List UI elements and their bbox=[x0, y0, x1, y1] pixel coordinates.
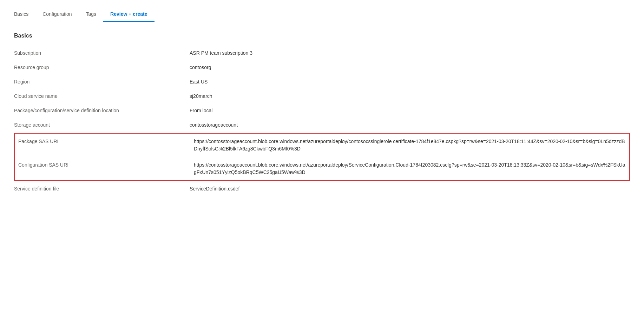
row-region: Region East US bbox=[14, 75, 630, 89]
label-configuration-sas-uri: Configuration SAS URI bbox=[18, 161, 194, 169]
value-package-sas-uri: https://contosstorageaccount.blob.core.w… bbox=[194, 138, 626, 153]
tabs-nav: Basics Configuration Tags Review + creat… bbox=[14, 0, 630, 22]
label-storage-account: Storage account bbox=[14, 121, 190, 129]
row-configuration-sas-uri: Configuration SAS URI https://contosstor… bbox=[15, 157, 629, 180]
label-subscription: Subscription bbox=[14, 49, 190, 57]
label-package-sas-uri: Package SAS URI bbox=[18, 138, 194, 145]
tab-tags[interactable]: Tags bbox=[79, 7, 104, 22]
value-cloud-service-name: sj20march bbox=[190, 93, 630, 100]
section-basics-title: Basics bbox=[14, 33, 630, 39]
value-subscription: ASR PM team subscription 3 bbox=[190, 49, 630, 57]
value-configuration-sas-uri: https://contosstorageaccount.blob.core.w… bbox=[194, 161, 626, 176]
main-content: Basics Subscription ASR PM team subscrip… bbox=[14, 22, 630, 207]
value-resource-group: contosorg bbox=[190, 64, 630, 71]
highlighted-uri-block: Package SAS URI https://contosstorageacc… bbox=[14, 133, 630, 181]
label-region: Region bbox=[14, 78, 190, 86]
tab-basics[interactable]: Basics bbox=[14, 7, 35, 22]
value-service-definition-file: ServiceDefinition.csdef bbox=[190, 185, 630, 193]
value-package-location: From local bbox=[190, 107, 630, 114]
row-subscription: Subscription ASR PM team subscription 3 bbox=[14, 46, 630, 60]
value-storage-account: contosstorageaccount bbox=[190, 121, 630, 129]
row-resource-group: Resource group contosorg bbox=[14, 60, 630, 75]
tab-review-create[interactable]: Review + create bbox=[103, 7, 154, 22]
row-package-sas-uri: Package SAS URI https://contosstorageacc… bbox=[15, 134, 629, 157]
row-service-definition-file: Service definition file ServiceDefinitio… bbox=[14, 182, 630, 196]
row-cloud-service-name: Cloud service name sj20march bbox=[14, 89, 630, 103]
label-resource-group: Resource group bbox=[14, 64, 190, 71]
row-storage-account: Storage account contosstorageaccount bbox=[14, 118, 630, 132]
value-region: East US bbox=[190, 78, 630, 86]
page-container: Basics Configuration Tags Review + creat… bbox=[0, 0, 644, 207]
label-package-location: Package/configuration/service definition… bbox=[14, 107, 190, 114]
label-cloud-service-name: Cloud service name bbox=[14, 93, 190, 100]
tab-configuration[interactable]: Configuration bbox=[35, 7, 79, 22]
label-service-definition-file: Service definition file bbox=[14, 185, 190, 193]
row-package-location: Package/configuration/service definition… bbox=[14, 103, 630, 118]
